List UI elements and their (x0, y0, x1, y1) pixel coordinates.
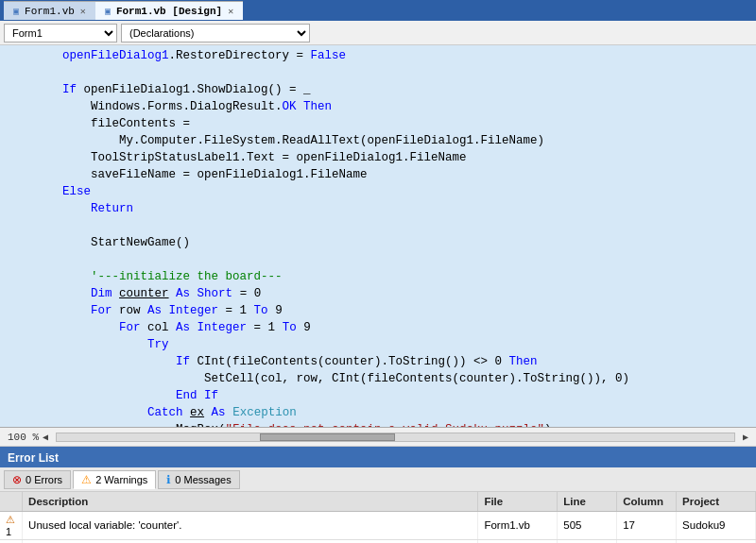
tab-warnings[interactable]: ⚠ 2 Warnings (73, 470, 156, 489)
scroll-right-btn[interactable]: ▶ (743, 432, 748, 443)
code-line: Else (0, 183, 756, 200)
warnings-tab-label: 2 Warnings (95, 474, 147, 485)
warning-icon: ⚠ (81, 473, 92, 486)
code-line: If CInt(fileContents(counter).ToString()… (0, 353, 756, 370)
code-line: Windows.Forms.DialogResult.OK Then (0, 98, 756, 115)
col-header-num (0, 492, 23, 511)
table-row[interactable]: ⚠ 2 Unused local variable: 'ex'. Form1.v… (0, 539, 756, 543)
tab-label-form1design: Form1.vb [Design] (116, 6, 222, 17)
tab-errors[interactable]: ⊗ 0 Errors (4, 470, 71, 489)
scope-select[interactable]: Form1 (4, 24, 117, 42)
nav-bar: Form1 (Declarations) (0, 21, 756, 45)
code-line: MsgBox("File does not contain a valid Su… (0, 421, 756, 428)
code-line: For row As Integer = 1 To 9 (0, 302, 756, 319)
tab-close-form1vb[interactable]: ✕ (80, 6, 86, 17)
code-line: My.Computer.FileSystem.ReadAllText(openF… (0, 132, 756, 149)
row-num-2: ⚠ 2 (0, 539, 23, 543)
tab-form1design[interactable]: ▣ Form1.vb [Design] ✕ (95, 1, 243, 20)
row-project-1: Sudoku9 (677, 511, 756, 539)
row-line-1: 505 (558, 511, 617, 539)
col-header-project: Project (677, 492, 756, 511)
code-line: saveFileName = openFileDialog1.FileName (0, 166, 756, 183)
row-num-1: ⚠ 1 (0, 511, 23, 539)
errors-tab-label: 0 Errors (26, 474, 62, 485)
messages-tab-label: 0 Messages (175, 474, 231, 485)
error-tabs: ⊗ 0 Errors ⚠ 2 Warnings ℹ 0 Messages (0, 467, 756, 492)
scroll-thumb[interactable] (260, 433, 395, 441)
horizontal-scrollbar[interactable] (56, 433, 735, 442)
error-table: Description File Line Column Project ⚠ 1… (0, 492, 756, 543)
error-list-title: Error List (0, 449, 756, 467)
error-icon: ⊗ (12, 473, 22, 486)
code-line: '---initialize the board--- (0, 268, 756, 285)
title-bar: ▣ Form1.vb ✕ ▣ Form1.vb [Design] ✕ (0, 0, 756, 21)
code-line: openFileDialog1.RestoreDirectory = False (0, 47, 756, 64)
error-list-panel: Error List ⊗ 0 Errors ⚠ 2 Warnings ℹ 0 M… (0, 447, 756, 543)
code-line: SetCell(col, row, CInt(fileContents(coun… (0, 370, 756, 387)
code-line: Dim counter As Short = 0 (0, 285, 756, 302)
tab-form1vb[interactable]: ▣ Form1.vb ✕ (4, 1, 95, 20)
info-icon: ℹ (166, 473, 171, 486)
code-line: For col As Integer = 1 To 9 (0, 319, 756, 336)
code-line: Try (0, 336, 756, 353)
code-line (0, 251, 756, 268)
member-select[interactable]: (Declarations) (121, 24, 310, 42)
tab-label-form1vb: Form1.vb (25, 6, 75, 17)
vb-icon: ▣ (13, 6, 19, 17)
code-line: ToolStripStatusLabel1.Text = openFileDia… (0, 149, 756, 166)
tab-messages[interactable]: ℹ 0 Messages (158, 470, 239, 489)
row-line-2: 512 (558, 539, 617, 543)
code-line: Return (0, 200, 756, 217)
code-editor[interactable]: openFileDialog1.RestoreDirectory = False… (0, 45, 756, 428)
row-column-2: 27 (617, 539, 677, 543)
row-project-2: Sudoku9 (677, 539, 756, 543)
row-description-2: Unused local variable: 'ex'. (23, 539, 478, 543)
scroll-bar-area: 100 % ◀ ▶ (0, 428, 756, 447)
row-file-1: Form1.vb (478, 511, 558, 539)
col-header-column: Column (617, 492, 677, 511)
warn-icon-1: ⚠ (6, 514, 15, 525)
code-line: Catch ex As Exception (0, 404, 756, 421)
col-header-description: Description (23, 492, 478, 511)
scroll-left-btn[interactable]: ◀ (43, 432, 48, 443)
code-line (0, 217, 756, 234)
row-file-2: Form1.vb (478, 539, 558, 543)
code-line: StartNewGame() (0, 234, 756, 251)
table-row[interactable]: ⚠ 1 Unused local variable: 'counter'. Fo… (0, 511, 756, 539)
row-column-1: 17 (617, 511, 677, 539)
tab-close-form1design[interactable]: ✕ (228, 6, 233, 17)
code-line: fileContents = (0, 115, 756, 132)
code-line (0, 64, 756, 81)
design-icon: ▣ (105, 6, 111, 17)
code-line: End If (0, 387, 756, 404)
col-header-line: Line (558, 492, 617, 511)
col-header-file: File (478, 492, 558, 511)
zoom-label: 100 % (8, 432, 39, 443)
code-line: If openFileDialog1.ShowDialog() = _ (0, 81, 756, 98)
row-description-1: Unused local variable: 'counter'. (23, 511, 478, 539)
